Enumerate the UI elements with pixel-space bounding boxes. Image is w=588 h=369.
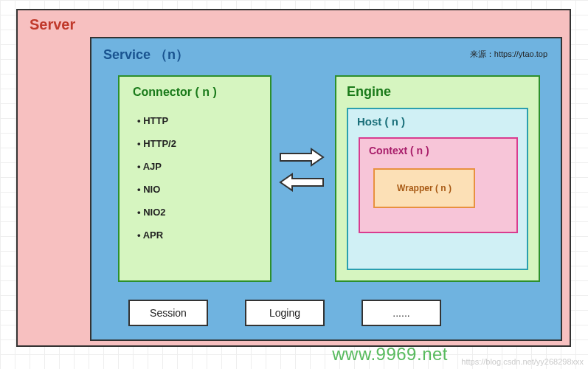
- host-title: Host ( n ): [357, 115, 518, 128]
- bidirectional-arrows: [279, 142, 325, 198]
- connector-container: Connector ( n ) HTTP HTTP/2 AJP NIO NIO2…: [118, 75, 271, 282]
- svg-marker-0: [280, 149, 323, 165]
- protocol-item: APR: [133, 224, 257, 246]
- watermark-text: www.9969.net: [332, 344, 448, 365]
- protocol-item: NIO2: [133, 201, 257, 224]
- protocol-item: AJP: [133, 155, 257, 178]
- loging-box: Loging: [245, 300, 325, 326]
- arrow-left-icon: [279, 173, 325, 192]
- svg-marker-1: [280, 174, 323, 190]
- context-title: Context ( n ): [369, 145, 508, 156]
- more-box: ......: [362, 300, 441, 326]
- protocol-item: NIO: [133, 178, 257, 201]
- wrapper-title: Wrapper ( n ): [397, 183, 452, 193]
- protocol-item: HTTP: [133, 109, 257, 132]
- arrow-right-icon: [279, 148, 325, 167]
- protocol-item: HTTP/2: [133, 132, 257, 155]
- connector-protocol-list: HTTP HTTP/2 AJP NIO NIO2 APR: [133, 109, 257, 246]
- bottom-row: Session Loging ......: [128, 300, 441, 326]
- source-label: 来源：https://ytao.top: [470, 49, 547, 60]
- session-box: Session: [128, 300, 208, 326]
- host-container: Host ( n ) Context ( n ) Wrapper ( n ): [347, 108, 528, 270]
- server-title: Server: [30, 16, 558, 33]
- engine-title: Engine: [347, 84, 528, 100]
- wrapper-container: Wrapper ( n ): [373, 168, 475, 208]
- engine-container: Engine Host ( n ) Context ( n ) Wrapper …: [335, 75, 540, 282]
- connector-title: Connector ( n ): [133, 86, 257, 99]
- faded-url-text: https://blog.csdn.net/yy268298xxx: [461, 357, 584, 366]
- context-container: Context ( n ) Wrapper ( n ): [359, 137, 518, 233]
- service-container: Service （n） 来源：https://ytao.top Connecto…: [90, 37, 562, 341]
